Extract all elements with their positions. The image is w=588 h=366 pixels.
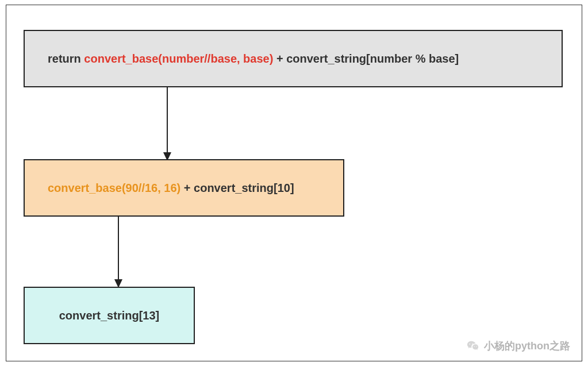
- node-first-expansion: convert_base(90//16, 16) + convert_strin…: [24, 159, 344, 217]
- recursive-call-values: convert_base(90//16, 16): [48, 182, 180, 194]
- node-base-case: convert_string[13]: [24, 287, 195, 344]
- node-return-statement: return convert_base(number//base, base) …: [24, 30, 563, 87]
- diagram-frame: return convert_base(number//base, base) …: [6, 5, 582, 361]
- recursive-call-generic: convert_base(number//base, base): [84, 52, 273, 65]
- watermark-text: 小杨的python之路: [484, 339, 570, 353]
- return-suffix: + convert_string[number % base]: [273, 52, 459, 65]
- base-case-text: convert_string[13]: [59, 309, 160, 322]
- return-keyword: return: [48, 52, 84, 65]
- arrow-2: [113, 217, 124, 289]
- watermark: 小杨的python之路: [467, 339, 570, 353]
- arrow-1: [162, 87, 173, 162]
- wechat-icon: [467, 340, 479, 352]
- first-expansion-suffix: + convert_string[10]: [180, 182, 294, 194]
